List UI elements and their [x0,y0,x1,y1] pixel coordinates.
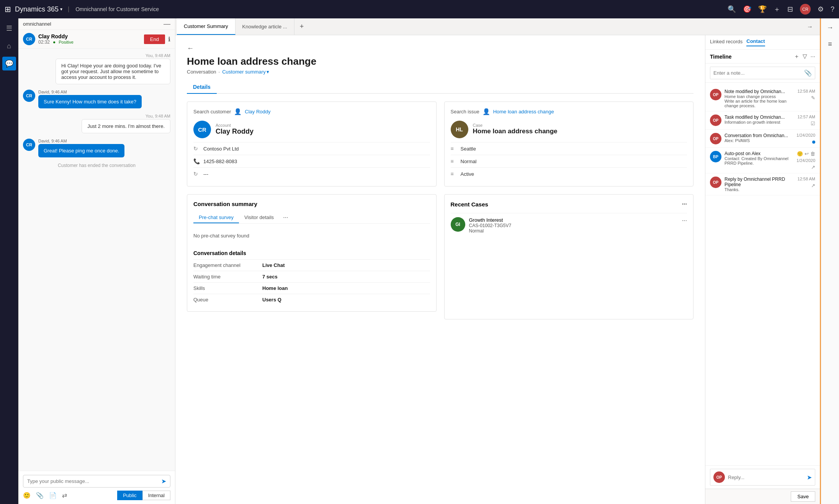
chat-header: CR Clay Roddy 02:32 ● Positive End ℹ [18,30,175,49]
app-name: Omnichannel for Customer Service [75,6,159,12]
settings-icon[interactable]: ⚙ [818,5,824,13]
case-label: Case [473,123,558,128]
search-case-value[interactable]: Home loan address change [493,109,554,115]
main-content: Customer Summary Knowledge article ... +… [175,18,820,504]
customer-search-row: Search customer 👤 Clay Roddy [193,108,430,115]
detail-value: 7 secs [262,274,278,280]
phone-icon: 📞 [193,158,200,164]
chat-panel: omnichannel — CR Clay Roddy 02:32 ● Posi… [18,18,175,504]
right-panel-tab-contact[interactable]: Contact [746,38,765,46]
internal-btn[interactable]: Internal [142,491,170,500]
tl-reply-icon[interactable]: ↩ [805,151,809,157]
sidebar-home-icon[interactable]: ⌂ [2,39,16,53]
case-item-info: Growth Interest CAS-01002-T3G5V7 Normal [469,217,512,234]
reply-send-icon[interactable]: ➤ [807,474,812,481]
message-bubble: Great! Please ping me once done. [38,144,124,157]
chat-customer-name: Clay Roddy [38,33,141,39]
timeline-list: OP Note modified by Omnichan... Home loa… [705,83,820,465]
note-input[interactable] [713,70,804,76]
breadcrumb-link[interactable]: Customer summary ▾ [222,69,269,75]
end-button[interactable]: End [144,34,165,44]
chat-input[interactable] [27,478,161,484]
tl-avatar: OP [710,177,721,188]
back-button[interactable]: ← [187,44,194,56]
trophy-icon[interactable]: 🏆 [758,5,767,13]
timeline-filter-icon[interactable]: ▽ [803,53,807,60]
search-icon[interactable]: 🔍 [728,5,736,13]
case-item-more-btn[interactable]: ··· [682,217,687,224]
tab-add-button[interactable]: + [294,23,309,31]
far-right-expand-icon[interactable]: → [824,21,836,34]
case-main-avatar: HL [451,121,468,138]
right-panel-tab-linked[interactable]: Linked records [710,39,743,46]
msg-sender: You, 9:48 AM [146,114,170,118]
breadcrumb-chevron: ▾ [267,69,269,75]
tab-collapse-icon[interactable]: → [801,23,818,30]
add-icon[interactable]: ＋ [774,5,780,14]
tab-knowledge-article[interactable]: Knowledge article ... [236,18,294,35]
search-customer-value[interactable]: Clay Roddy [245,109,270,115]
tl-time: 12:58 AM [798,177,815,181]
public-btn[interactable]: Public [117,491,142,500]
detail-value: Home loan [262,285,288,291]
detail-label: Engagement channel [193,262,262,268]
tl-content: Note modified by Omnichan... Home loan c… [725,89,795,108]
location-icon: ≡ [451,146,458,152]
tl-title: Conversation from Omnichan... [725,133,793,138]
insights-icon[interactable]: 🎯 [743,5,751,13]
brand-title: Dynamics 365 ▾ [15,5,62,13]
help-icon[interactable]: ? [831,5,834,13]
message-row: CR David, 9:46 AM Great! Please ping me … [23,139,170,157]
waffle-icon[interactable]: ⊞ [5,5,11,14]
tab-label: Knowledge article ... [242,24,287,29]
message-bubble: Sure Kenny! How much time does it take? [38,95,142,108]
brand-chevron[interactable]: ▾ [60,7,62,12]
recent-cases-more-btn[interactable]: ··· [682,201,687,208]
sidebar-chat-icon[interactable]: 💬 [2,57,16,70]
tl-delete-icon[interactable]: 🗑 [810,151,815,157]
reply-input[interactable] [728,475,807,480]
recent-cases-title: Recent Cases [451,201,488,208]
status-icon: ≡ [451,171,458,177]
tl-check-icon[interactable]: ☑ [811,121,815,126]
tl-edit-icon[interactable]: ✎ [811,95,815,101]
sentiment-label: Positive [59,40,74,44]
chat-messages: You, 9:48 AM Hi Clay! Hope your are doin… [18,49,175,471]
reply-avatar: OP [713,471,725,483]
conv-sub-tab-prechat[interactable]: Pre-chat survey [193,212,239,223]
tl-avatar: BP [710,151,721,162]
timeline-more-icon[interactable]: ··· [810,53,815,60]
filter-icon[interactable]: ⊟ [787,5,793,13]
person-icon: 👤 [234,108,242,115]
far-right-list-icon[interactable]: ≡ [826,38,834,51]
timeline-item: OP Conversation from Omnichan... Alex: P… [705,130,820,148]
omnichannel-collapse-btn[interactable]: — [164,20,170,28]
info-button[interactable]: ℹ [168,36,170,43]
save-bar: Save [705,489,820,504]
case-list-item: GI Growth Interest CAS-01002-T3G5V7 Norm… [451,213,687,237]
tl-share-icon[interactable]: ↗ [811,164,815,170]
case-priority: Normal [461,159,477,164]
transfer-icon[interactable]: ⇄ [62,492,67,499]
tl-smile-icon[interactable]: 🙂 [797,151,803,157]
reply-input-area: OP ➤ [705,465,820,489]
right-panel-tabs: Linked records Contact [705,35,820,50]
sidebar-menu-icon[interactable]: ☰ [2,21,16,35]
user-avatar[interactable]: CR [800,4,811,15]
tl-share2-icon[interactable]: ↗ [811,183,815,188]
case-card: Search issue 👤 Home loan address change … [444,101,694,187]
sub-tab-details[interactable]: Details [187,81,217,94]
tab-customer-summary[interactable]: Customer Summary [177,18,236,35]
attachment-icon[interactable]: 📎 [36,492,44,499]
emoji-icon[interactable]: 🙂 [23,492,31,499]
save-button[interactable]: Save [791,491,815,502]
conv-sub-tab-more[interactable]: ··· [279,212,292,223]
send-icon[interactable]: ➤ [161,478,166,485]
customer-phone-row: 📞 1425-882-8083 [193,155,430,167]
kb-icon[interactable]: 📄 [49,492,57,499]
attach-icon[interactable]: 📎 [804,69,812,77]
timeline-add-icon[interactable]: ＋ [794,53,800,60]
content-area: ← Home loan address change Conversation … [175,35,820,504]
conv-sub-tab-visitor[interactable]: Visitor details [239,212,279,223]
message-row: CR David, 9:46 AM Sure Kenny! How much t… [23,90,170,108]
